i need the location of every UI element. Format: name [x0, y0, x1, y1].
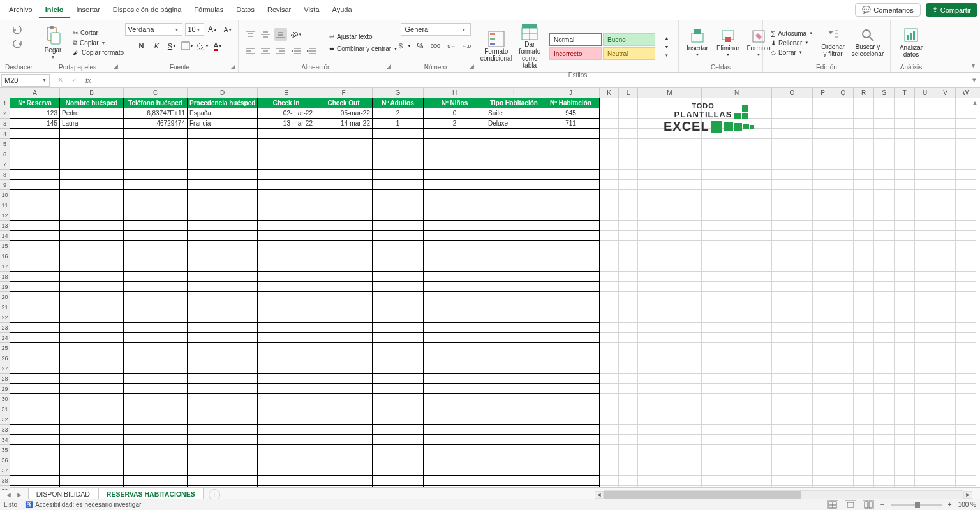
cell-H17[interactable]	[424, 261, 486, 272]
cell-U7[interactable]	[915, 159, 935, 170]
cell-V33[interactable]	[935, 425, 956, 435]
cell-S22[interactable]	[874, 312, 895, 323]
cell-A21[interactable]	[10, 302, 60, 312]
cell-B35[interactable]	[60, 445, 124, 455]
select-all-corner[interactable]	[0, 88, 10, 98]
row-header-34[interactable]: 34	[0, 435, 10, 445]
cell-F32[interactable]	[315, 414, 373, 425]
cell-G21[interactable]	[373, 302, 424, 312]
cell-E8[interactable]	[258, 170, 315, 180]
cell-W11[interactable]	[956, 200, 976, 210]
cell-V2[interactable]	[935, 108, 956, 119]
cell-J13[interactable]	[542, 221, 600, 231]
cell-C18[interactable]	[124, 272, 188, 282]
cell-E16[interactable]	[258, 251, 315, 261]
accept-formula-button[interactable]: ✓	[68, 74, 80, 87]
cell-O5[interactable]	[772, 139, 813, 149]
align-bottom-button[interactable]	[274, 28, 287, 41]
cell-Q23[interactable]	[833, 323, 854, 333]
cell-J37[interactable]	[542, 465, 600, 476]
cell-D30[interactable]	[188, 394, 258, 404]
cell-C25[interactable]	[124, 343, 188, 353]
cell-D5[interactable]	[188, 139, 258, 149]
cell-H24[interactable]	[424, 333, 486, 343]
cell-H2[interactable]: 0	[424, 108, 486, 119]
cell-F36[interactable]	[315, 455, 373, 465]
cell-H31[interactable]	[424, 404, 486, 414]
col-header-N[interactable]: N	[702, 88, 772, 98]
cell-F15[interactable]	[315, 241, 373, 251]
cell-Q1[interactable]	[833, 98, 854, 108]
cell-T16[interactable]	[895, 251, 915, 261]
cell-T1[interactable]	[895, 98, 915, 108]
cell-P20[interactable]	[813, 292, 833, 302]
cell-W30[interactable]	[956, 394, 976, 404]
cell-L14[interactable]	[619, 231, 638, 241]
style-bueno[interactable]: Bueno	[603, 33, 655, 46]
hscroll-right-button[interactable]: ►	[963, 491, 972, 499]
cell-S33[interactable]	[874, 425, 895, 435]
cell-U24[interactable]	[915, 333, 935, 343]
cell-O29[interactable]	[772, 384, 813, 394]
cell-K9[interactable]	[600, 180, 619, 190]
cell-Q22[interactable]	[833, 312, 854, 323]
cell-V21[interactable]	[935, 302, 956, 312]
zoom-level[interactable]: 100 %	[958, 501, 976, 508]
cell-U20[interactable]	[915, 292, 935, 302]
row-header-33[interactable]: 33	[0, 425, 10, 435]
cell-G14[interactable]	[373, 231, 424, 241]
cell-V6[interactable]	[935, 149, 956, 159]
cell-O24[interactable]	[772, 333, 813, 343]
cell-A22[interactable]	[10, 312, 60, 323]
cell-O37[interactable]	[772, 465, 813, 476]
cell-P38[interactable]	[813, 476, 833, 486]
cell-G37[interactable]	[373, 465, 424, 476]
cell-Q19[interactable]	[833, 282, 854, 292]
cell-M18[interactable]	[638, 272, 702, 282]
cell-V32[interactable]	[935, 414, 956, 425]
cell-S25[interactable]	[874, 343, 895, 353]
cell-V38[interactable]	[935, 476, 956, 486]
col-header-M[interactable]: M	[638, 88, 702, 98]
cell-S23[interactable]	[874, 323, 895, 333]
cell-U2[interactable]	[915, 108, 935, 119]
cell-J19[interactable]	[542, 282, 600, 292]
cell-G36[interactable]	[373, 455, 424, 465]
cell-V1[interactable]	[935, 98, 956, 108]
cell-Q33[interactable]	[833, 425, 854, 435]
cell-G38[interactable]	[373, 476, 424, 486]
cell-M38[interactable]	[638, 476, 702, 486]
cell-E21[interactable]	[258, 302, 315, 312]
cell-K32[interactable]	[600, 414, 619, 425]
cell-B34[interactable]	[60, 435, 124, 445]
number-format-select[interactable]: General▼	[401, 23, 471, 36]
cell-R4[interactable]	[854, 129, 874, 139]
cell-M25[interactable]	[638, 343, 702, 353]
cell-F35[interactable]	[315, 445, 373, 455]
cell-C36[interactable]	[124, 455, 188, 465]
cell-O8[interactable]	[772, 170, 813, 180]
cell-P19[interactable]	[813, 282, 833, 292]
cell-T14[interactable]	[895, 231, 915, 241]
cell-C17[interactable]	[124, 261, 188, 272]
cell-M35[interactable]	[638, 445, 702, 455]
row-header-5[interactable]: 5	[0, 139, 10, 149]
cell-H38[interactable]	[424, 476, 486, 486]
cell-O18[interactable]	[772, 272, 813, 282]
cell-H35[interactable]	[424, 445, 486, 455]
cell-S26[interactable]	[874, 353, 895, 363]
cell-G17[interactable]	[373, 261, 424, 272]
cell-D20[interactable]	[188, 292, 258, 302]
analyze-data-button[interactable]: Analizar datos	[896, 26, 926, 59]
cell-Q2[interactable]	[833, 108, 854, 119]
cell-M21[interactable]	[638, 302, 702, 312]
cell-W26[interactable]	[956, 353, 976, 363]
cell-K38[interactable]	[600, 476, 619, 486]
cell-H28[interactable]	[424, 374, 486, 384]
cell-E30[interactable]	[258, 394, 315, 404]
cell-C1[interactable]: Teléfono huésped	[124, 98, 188, 108]
cell-E31[interactable]	[258, 404, 315, 414]
hscroll-left-button[interactable]: ◄	[595, 491, 604, 499]
cell-R33[interactable]	[854, 425, 874, 435]
cell-R20[interactable]	[854, 292, 874, 302]
